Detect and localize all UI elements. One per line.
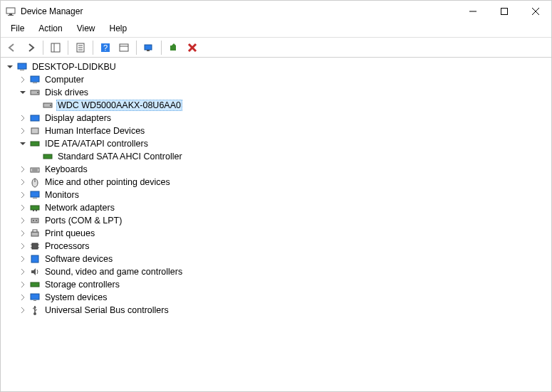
node-label: Software devices bbox=[43, 254, 114, 264]
tree-node-wdc-disk[interactable]: WDC WD5000AAKX-08U6AA0 bbox=[5, 99, 547, 112]
svg-rect-22 bbox=[18, 63, 26, 69]
tree-node-monitors[interactable]: Monitors bbox=[5, 189, 547, 201]
tree-node-display-adapters[interactable]: Display adapters bbox=[5, 112, 547, 125]
tree-root[interactable]: DESKTOP-LDIDKBU bbox=[5, 60, 547, 73]
svg-rect-32 bbox=[31, 142, 39, 146]
tree-node-disk-drives[interactable]: Disk drives bbox=[5, 86, 547, 99]
close-button[interactable] bbox=[520, 1, 551, 22]
chevron-right-icon[interactable] bbox=[18, 75, 28, 85]
help-button[interactable]: ? bbox=[97, 39, 114, 56]
svg-rect-43 bbox=[36, 210, 37, 211]
tree-node-software-devices[interactable]: Software devices bbox=[5, 253, 547, 265]
system-device-icon bbox=[29, 292, 41, 303]
tree-node-sound[interactable]: Sound, video and game controllers bbox=[5, 265, 547, 278]
node-label: Print queues bbox=[43, 228, 96, 238]
tree-node-computer[interactable]: Computer bbox=[5, 73, 547, 86]
svg-rect-40 bbox=[33, 198, 37, 198]
tree-node-ports[interactable]: Ports (COM & LPT) bbox=[5, 214, 547, 227]
svg-rect-24 bbox=[31, 76, 39, 82]
chevron-right-icon[interactable] bbox=[18, 126, 28, 136]
enable-device-button[interactable] bbox=[165, 39, 182, 56]
node-label: WDC WD5000AAKX-08U6AA0 bbox=[56, 100, 182, 111]
minimize-button[interactable] bbox=[457, 1, 489, 22]
chevron-right-icon[interactable] bbox=[18, 241, 28, 251]
tree-node-mice[interactable]: Mice and other pointing devices bbox=[5, 176, 547, 189]
chevron-right-icon[interactable] bbox=[18, 228, 28, 238]
node-label: Standard SATA AHCI Controller bbox=[56, 152, 184, 161]
sound-icon bbox=[29, 266, 41, 277]
chevron-right-icon[interactable] bbox=[18, 267, 28, 277]
maximize-button[interactable] bbox=[489, 1, 520, 22]
node-label: Network adapters bbox=[43, 203, 116, 213]
tree-node-usb[interactable]: Universal Serial Bus controllers bbox=[5, 304, 547, 317]
separator bbox=[161, 41, 162, 55]
node-label: IDE ATA/ATAPI controllers bbox=[43, 139, 150, 149]
tree-node-keyboards[interactable]: Keyboards bbox=[5, 163, 547, 176]
tree-node-processors[interactable]: Processors bbox=[5, 240, 547, 253]
monitor-icon bbox=[29, 74, 41, 85]
chevron-right-icon[interactable] bbox=[18, 254, 28, 264]
device-tree[interactable]: DESKTOP-LDIDKBU Computer Disk drives WDC… bbox=[1, 58, 551, 392]
storage-controller-icon bbox=[29, 279, 41, 290]
svg-rect-47 bbox=[31, 232, 38, 236]
chevron-right-icon[interactable] bbox=[18, 216, 28, 226]
app-icon bbox=[5, 6, 16, 17]
svg-point-27 bbox=[37, 92, 38, 93]
chevron-right-icon[interactable] bbox=[18, 280, 28, 290]
uninstall-device-button[interactable] bbox=[184, 39, 201, 56]
hid-icon bbox=[29, 125, 41, 137]
separator bbox=[43, 41, 43, 55]
chevron-right-icon[interactable] bbox=[18, 164, 28, 174]
svg-rect-55 bbox=[31, 282, 39, 287]
show-hide-tree-button[interactable] bbox=[47, 39, 64, 56]
tree-node-network[interactable]: Network adapters bbox=[5, 201, 547, 214]
node-label: Ports (COM & LPT) bbox=[43, 216, 123, 226]
svg-rect-31 bbox=[31, 128, 38, 134]
tree-node-hid[interactable]: Human Interface Devices bbox=[5, 125, 547, 137]
menu-view[interactable]: View bbox=[70, 22, 103, 37]
svg-rect-33 bbox=[43, 154, 52, 159]
chevron-down-icon[interactable] bbox=[5, 62, 15, 72]
tree-node-storage[interactable]: Storage controllers bbox=[5, 278, 547, 291]
svg-rect-39 bbox=[31, 191, 39, 197]
menu-action[interactable]: Action bbox=[31, 22, 69, 37]
tree-node-ide[interactable]: IDE ATA/ATAPI controllers bbox=[5, 137, 547, 150]
tree-node-print-queues[interactable]: Print queues bbox=[5, 227, 547, 240]
svg-point-59 bbox=[33, 312, 36, 315]
display-adapter-icon bbox=[29, 112, 41, 124]
svg-rect-34 bbox=[31, 168, 39, 172]
svg-rect-4 bbox=[501, 9, 508, 15]
menu-file[interactable]: File bbox=[4, 22, 31, 37]
mouse-icon bbox=[29, 176, 41, 188]
chevron-down-icon[interactable] bbox=[18, 88, 28, 97]
chevron-down-icon[interactable] bbox=[18, 139, 28, 149]
chevron-right-icon[interactable] bbox=[18, 177, 28, 187]
node-label: Disk drives bbox=[43, 88, 90, 97]
chevron-right-icon[interactable] bbox=[18, 292, 28, 302]
tree-node-sata-controller[interactable]: Standard SATA AHCI Controller bbox=[5, 150, 547, 163]
properties-button[interactable] bbox=[72, 39, 89, 56]
node-label: Human Interface Devices bbox=[43, 126, 146, 136]
forward-button[interactable] bbox=[22, 39, 39, 56]
svg-rect-1 bbox=[9, 14, 12, 15]
disk-drive-icon bbox=[29, 87, 41, 98]
window-title: Device Manager bbox=[21, 6, 457, 16]
tree-node-system-devices[interactable]: System devices bbox=[5, 291, 547, 304]
node-label: System devices bbox=[43, 292, 109, 302]
svg-rect-42 bbox=[33, 210, 34, 211]
update-driver-button[interactable] bbox=[115, 39, 132, 56]
svg-point-29 bbox=[50, 105, 51, 106]
chevron-right-icon[interactable] bbox=[18, 113, 28, 123]
node-label: Sound, video and game controllers bbox=[43, 267, 184, 277]
scan-hardware-button[interactable] bbox=[140, 39, 157, 56]
menu-help[interactable]: Help bbox=[103, 22, 135, 37]
chevron-right-icon[interactable] bbox=[18, 203, 28, 213]
svg-rect-56 bbox=[31, 294, 39, 300]
svg-rect-19 bbox=[170, 46, 176, 51]
svg-text:?: ? bbox=[103, 43, 108, 52]
chevron-right-icon[interactable] bbox=[18, 190, 28, 200]
svg-rect-7 bbox=[51, 43, 60, 52]
chevron-right-icon[interactable] bbox=[18, 305, 28, 315]
back-button[interactable] bbox=[4, 39, 21, 56]
svg-rect-23 bbox=[20, 70, 24, 70]
